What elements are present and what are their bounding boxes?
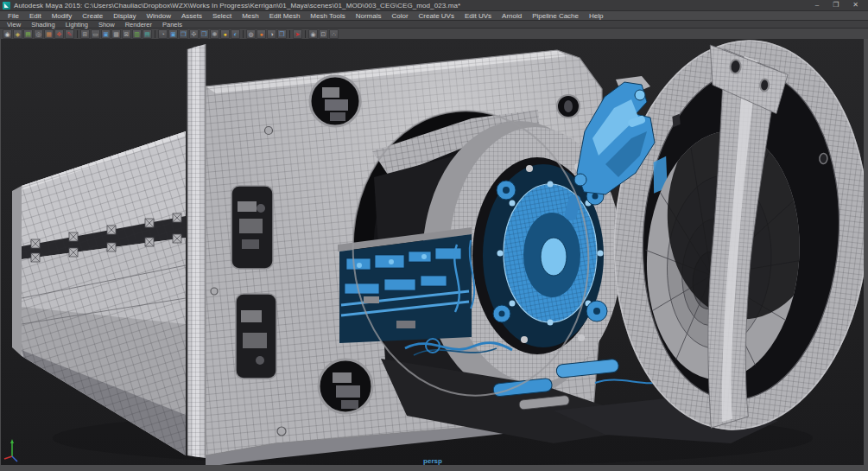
menu-item-create-uvs[interactable]: Create UVs <box>414 12 459 20</box>
textured-icon[interactable]: ✣ <box>189 29 199 39</box>
image-plane-icon[interactable]: ▦ <box>44 29 54 39</box>
multisample-aa-icon[interactable]: ◑ <box>267 29 276 39</box>
menu-item-file[interactable]: File <box>3 12 24 20</box>
two-sided-lighting-icon[interactable]: ❅ <box>210 29 219 39</box>
toolbar-group-4: ◍●◑❒ <box>246 29 287 39</box>
menu-bar: FileEditModifyCreateDisplayWindowAssetsS… <box>0 10 868 20</box>
safe-action-icon[interactable]: ▥ <box>132 29 142 39</box>
toolbar-separator <box>155 30 155 38</box>
lock-camera-icon[interactable]: ◈ <box>13 29 22 39</box>
toolbar-group-5: ➤ <box>293 29 302 39</box>
panel-menu-item-renderer[interactable]: Renderer <box>120 21 157 29</box>
motion-blur-icon[interactable]: ● <box>257 29 266 39</box>
window-title: Autodesk Maya 2015: C:\Users\Chauliac\Dr… <box>14 2 460 10</box>
toolbar-group-1: ◉◈▤◎▦✥✎ <box>3 29 74 39</box>
camera-name-label[interactable]: persp <box>394 457 472 465</box>
menu-item-color[interactable]: Color <box>386 12 413 20</box>
panel-menu-item-panels[interactable]: Panels <box>157 21 187 29</box>
wireframe-on-shaded-icon[interactable]: ❐ <box>179 29 188 39</box>
plate-bolt-recess-top <box>310 76 360 126</box>
safe-title-icon[interactable]: ▤ <box>143 29 152 39</box>
toolbar-group-3: ◔▣❐✣❒❅●◐ <box>158 29 240 39</box>
grid-icon[interactable]: ⊞ <box>80 29 90 39</box>
select-camera-icon[interactable]: ◉ <box>3 29 12 39</box>
toolbar-separator <box>77 30 78 38</box>
panel-toolbar: ◉◈▤◎▦✥✎⊞▭▣▩⊠▥▤◔▣❐✣❒❅●◐◍●◑❒➤◉⊡∴ <box>0 28 868 39</box>
plate-service-panel-top <box>231 186 273 269</box>
bookmarks-icon[interactable]: ◎ <box>34 29 43 39</box>
plate-service-panel-bottom <box>236 294 276 379</box>
panel-menu: ViewShadingLightingShowRendererPanels <box>0 20 868 28</box>
menu-item-edit[interactable]: Edit <box>24 12 47 20</box>
share-view-icon[interactable]: ∴ <box>329 29 339 39</box>
use-default-material-icon[interactable]: ❒ <box>200 29 209 39</box>
rim-bolt <box>820 153 828 164</box>
2d-pan-zoom-icon[interactable]: ✥ <box>54 29 64 39</box>
menu-item-mesh-tools[interactable]: Mesh Tools <box>305 12 350 20</box>
depth-of-field-icon[interactable]: ❒ <box>277 29 287 39</box>
isolate-select-icon[interactable]: ➤ <box>293 29 302 39</box>
menu-item-normals[interactable]: Normals <box>351 12 387 20</box>
maya-logo-icon <box>3 2 10 10</box>
toolbar-group-6: ◉⊡∴ <box>308 29 339 39</box>
menu-item-pipeline-cache[interactable]: Pipeline Cache <box>527 12 584 20</box>
toolbar-separator <box>305 30 306 38</box>
menu-item-create[interactable]: Create <box>77 12 108 20</box>
title-bar: Autodesk Maya 2015: C:\Users\Chauliac\Dr… <box>0 0 868 10</box>
menu-item-edit-uvs[interactable]: Edit UVs <box>459 12 497 20</box>
toolbar-group-2: ⊞▭▣▩⊠▥▤ <box>80 29 152 39</box>
close-button[interactable]: ✕ <box>852 0 858 10</box>
grease-pencil-icon[interactable]: ✎ <box>65 29 74 39</box>
xray-joints-icon[interactable]: ⊡ <box>319 29 328 39</box>
wireframe-icon[interactable]: ◔ <box>158 29 168 39</box>
viewport-persp[interactable]: persp <box>1 39 864 465</box>
use-all-lights-icon[interactable]: ● <box>220 29 230 39</box>
menu-item-select[interactable]: Select <box>207 12 237 20</box>
smooth-shade-all-icon[interactable]: ▣ <box>168 29 178 39</box>
toolbar-separator <box>243 30 244 38</box>
shadows-icon[interactable]: ◐ <box>231 29 240 39</box>
menu-item-help[interactable]: Help <box>584 12 608 20</box>
toolbar-separator <box>289 30 290 38</box>
menu-item-window[interactable]: Window <box>142 12 176 20</box>
menu-item-assets[interactable]: Assets <box>176 12 207 20</box>
maximize-button[interactable]: ❐ <box>833 0 839 10</box>
panel-menu-item-view[interactable]: View <box>2 21 26 29</box>
menu-item-mesh[interactable]: Mesh <box>237 12 264 20</box>
plate-corner-bolt <box>557 95 580 118</box>
field-chart-icon[interactable]: ⊠ <box>122 29 131 39</box>
menu-item-display[interactable]: Display <box>108 12 141 20</box>
resolution-gate-icon[interactable]: ▣ <box>101 29 111 39</box>
screen-space-ao-icon[interactable]: ◍ <box>246 29 256 39</box>
panel-menu-item-shading[interactable]: Shading <box>26 21 60 29</box>
plate-bolt-recess-bottom <box>319 360 372 413</box>
xray-icon[interactable]: ◉ <box>308 29 318 39</box>
gate-mask-icon[interactable]: ▩ <box>111 29 121 39</box>
menu-item-edit-mesh[interactable]: Edit Mesh <box>264 12 306 20</box>
camera-attributes-icon[interactable]: ▤ <box>23 29 33 39</box>
menu-item-arnold[interactable]: Arnold <box>497 12 527 20</box>
back-frame-column[interactable] <box>187 44 206 458</box>
menu-item-modify[interactable]: Modify <box>47 12 78 20</box>
panel-menu-item-show[interactable]: Show <box>93 21 120 29</box>
minimize-button[interactable]: – <box>815 0 819 10</box>
film-gate-icon[interactable]: ▭ <box>91 29 100 39</box>
panel-menu-item-lighting[interactable]: Lighting <box>60 21 93 29</box>
viewport-canvas <box>1 39 864 465</box>
